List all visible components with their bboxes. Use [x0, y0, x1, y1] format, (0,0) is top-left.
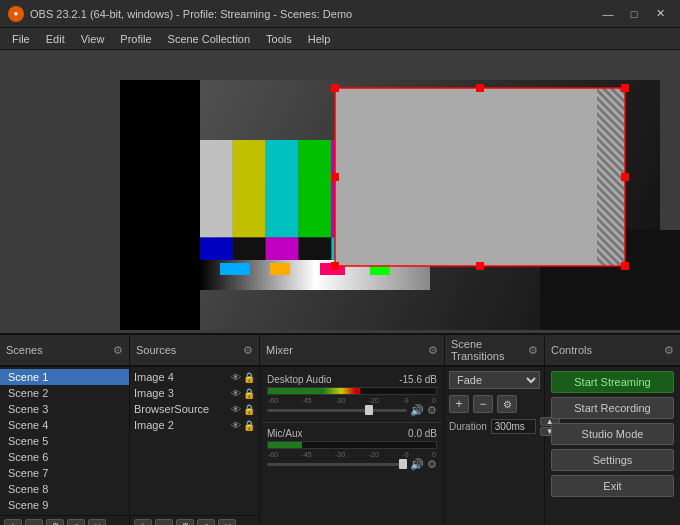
sources-list: Image 4 👁 🔒 Image 3 👁 🔒 BrowserSource 👁 …	[130, 367, 259, 515]
settings-button[interactable]: Settings	[551, 449, 674, 471]
source-name-browsersource: BrowserSource	[134, 403, 209, 415]
title-bar: ● OBS 23.2.1 (64-bit, windows) - Profile…	[0, 0, 680, 28]
mixer-settings-icon[interactable]: ⚙	[428, 344, 438, 357]
minimize-button[interactable]: —	[596, 4, 620, 24]
transitions-panel: Fade Cut Swipe Slide + − ⚙ Duration ▲ ▼	[445, 367, 545, 525]
sources-settings-icon[interactable]: ⚙	[243, 344, 253, 357]
micaux-db: 0.0 dB	[408, 428, 437, 439]
panel-headers: Scenes ⚙ Sources ⚙ Mixer ⚙ Scene Transit…	[0, 335, 680, 367]
add-source-button[interactable]: +	[134, 519, 152, 526]
lock-icon-image3[interactable]: 🔒	[243, 388, 255, 399]
scene-down-button[interactable]: ∨	[88, 519, 106, 526]
scene-up-button[interactable]: ∧	[67, 519, 85, 526]
source-item-image4[interactable]: Image 4 👁 🔒	[130, 369, 259, 385]
duration-input[interactable]	[491, 419, 536, 434]
duration-row: Duration ▲ ▼	[449, 417, 540, 436]
controls-content: Start Streaming Start Recording Studio M…	[545, 367, 680, 501]
source-down-button[interactable]: ∨	[218, 519, 236, 526]
transitions-settings-icon[interactable]: ⚙	[528, 344, 538, 357]
transitions-panel-header: Scene Transitions ⚙	[445, 335, 545, 366]
scene-settings-button[interactable]: ⚙	[46, 519, 64, 526]
controls-panel: Start Streaming Start Recording Studio M…	[545, 367, 680, 525]
transition-add-button[interactable]: +	[449, 395, 469, 413]
scenes-title: Scenes	[6, 344, 43, 356]
menu-file[interactable]: File	[4, 31, 38, 47]
scene-item-2[interactable]: Scene 2	[0, 385, 129, 401]
micaux-slider[interactable]	[267, 463, 407, 466]
visibility-icon-image4[interactable]: 👁	[231, 372, 241, 383]
transitions-content: Fade Cut Swipe Slide + − ⚙ Duration ▲ ▼	[445, 367, 544, 525]
transition-type-select[interactable]: Fade Cut Swipe Slide	[449, 371, 540, 389]
scene-item-6[interactable]: Scene 6	[0, 449, 129, 465]
source-item-image2[interactable]: Image 2 👁 🔒	[130, 417, 259, 433]
scene-item-5[interactable]: Scene 5	[0, 433, 129, 449]
desktop-audio-config-icon[interactable]: ⚙	[427, 404, 437, 417]
transition-remove-button[interactable]: −	[473, 395, 493, 413]
scenes-settings-icon[interactable]: ⚙	[113, 344, 123, 357]
maximize-button[interactable]: □	[622, 4, 646, 24]
scenes-list: Scene 1 Scene 2 Scene 3 Scene 4 Scene 5 …	[0, 367, 129, 515]
micaux-label: Mic/Aux	[267, 428, 303, 439]
scene-item-1[interactable]: Scene 1	[0, 369, 129, 385]
menu-view[interactable]: View	[73, 31, 113, 47]
mixer-divider	[263, 422, 441, 423]
source-icons-image3: 👁 🔒	[231, 388, 255, 399]
scene-item-8[interactable]: Scene 8	[0, 481, 129, 497]
menu-help[interactable]: Help	[300, 31, 339, 47]
menu-bar: File Edit View Profile Scene Collection …	[0, 28, 680, 50]
micaux-thumb[interactable]	[399, 459, 407, 469]
desktop-audio-mute-icon[interactable]: 🔊	[410, 404, 424, 417]
desktop-audio-thumb[interactable]	[365, 405, 373, 415]
menu-tools[interactable]: Tools	[258, 31, 300, 47]
lock-icon-image2[interactable]: 🔒	[243, 420, 255, 431]
start-streaming-button[interactable]: Start Streaming	[551, 371, 674, 393]
controls-panel-header: Controls ⚙	[545, 335, 680, 366]
studio-mode-button[interactable]: Studio Mode	[551, 423, 674, 445]
micaux-ticks: -60-45-30-20-90	[267, 451, 437, 458]
remove-scene-button[interactable]: −	[25, 519, 43, 526]
remove-source-button[interactable]: −	[155, 519, 173, 526]
desktop-audio-header: Desktop Audio -15.6 dB	[267, 374, 437, 385]
add-scene-button[interactable]: +	[4, 519, 22, 526]
source-item-image3[interactable]: Image 3 👁 🔒	[130, 385, 259, 401]
scene-item-4[interactable]: Scene 4	[0, 417, 129, 433]
micaux-slider-row: 🔊 ⚙	[267, 458, 437, 471]
desktop-audio-slider[interactable]	[267, 409, 407, 412]
visibility-icon-browsersource[interactable]: 👁	[231, 404, 241, 415]
scene-item-3[interactable]: Scene 3	[0, 401, 129, 417]
micaux-mute-icon[interactable]: 🔊	[410, 458, 424, 471]
visibility-icon-image2[interactable]: 👁	[231, 420, 241, 431]
menu-scene-collection[interactable]: Scene Collection	[160, 31, 259, 47]
source-name-image2: Image 2	[134, 419, 174, 431]
desktop-audio-ticks: -60-45-30-20-90	[267, 397, 437, 404]
start-recording-button[interactable]: Start Recording	[551, 397, 674, 419]
transitions-title: Scene Transitions	[451, 338, 528, 362]
preview-canvas[interactable]	[0, 50, 680, 335]
menu-profile[interactable]: Profile	[112, 31, 159, 47]
app-icon: ●	[8, 6, 24, 22]
source-name-image4: Image 4	[134, 371, 174, 383]
lock-icon-image4[interactable]: 🔒	[243, 372, 255, 383]
scenes-panel-header: Scenes ⚙	[0, 335, 130, 366]
visibility-icon-image3[interactable]: 👁	[231, 388, 241, 399]
transition-controls-row: + − ⚙	[449, 395, 540, 413]
desktop-audio-db: -15.6 dB	[399, 374, 437, 385]
sources-title: Sources	[136, 344, 176, 356]
transition-settings-button[interactable]: ⚙	[497, 395, 517, 413]
scene-item-7[interactable]: Scene 7	[0, 465, 129, 481]
scene-item-9[interactable]: Scene 9	[0, 497, 129, 513]
source-name-image3: Image 3	[134, 387, 174, 399]
controls-settings-icon[interactable]: ⚙	[664, 344, 674, 357]
source-up-button[interactable]: ∧	[197, 519, 215, 526]
exit-button[interactable]: Exit	[551, 475, 674, 497]
close-button[interactable]: ✕	[648, 4, 672, 24]
desktop-audio-meter	[267, 387, 437, 395]
menu-edit[interactable]: Edit	[38, 31, 73, 47]
micaux-config-icon[interactable]: ⚙	[427, 458, 437, 471]
sources-toolbar: + − ⚙ ∧ ∨	[130, 515, 259, 525]
lock-icon-browsersource[interactable]: 🔒	[243, 404, 255, 415]
desktop-audio-slider-row: 🔊 ⚙	[267, 404, 437, 417]
source-settings-button[interactable]: ⚙	[176, 519, 194, 526]
source-item-browsersource[interactable]: BrowserSource 👁 🔒	[130, 401, 259, 417]
mixer-title: Mixer	[266, 344, 293, 356]
